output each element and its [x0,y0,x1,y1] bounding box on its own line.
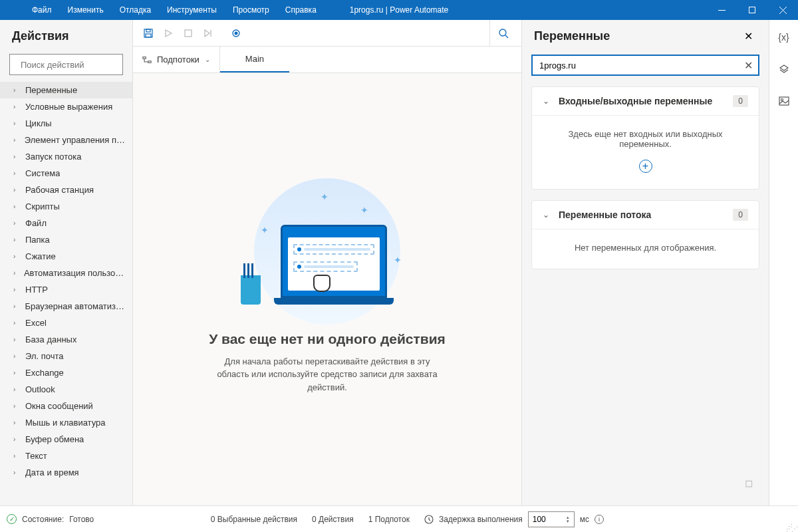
subflows-dropdown[interactable]: Подпотоки ⌄ [133,47,220,72]
close-button[interactable] [767,0,798,20]
action-category-label: Буфер обмена [25,434,84,444]
record-icon[interactable] [226,23,246,43]
spinner-icons[interactable]: ▲▼ [566,515,570,523]
status-subflows: 1 Подпоток [368,515,410,524]
chevron-right-icon: › [13,452,19,460]
svg-rect-7 [146,29,150,32]
images-rail-icon[interactable] [775,92,793,110]
action-category[interactable]: ›Окна сообщений [0,398,132,414]
action-category-label: Дата и время [25,467,79,477]
chevron-right-icon: › [13,86,19,94]
titlebar: ФайлИзменитьОтладкаИнструментыПросмотрСп… [0,0,798,20]
actions-search-input[interactable] [21,60,132,70]
action-category[interactable]: ›Сжатие [0,248,132,265]
menu-Просмотр[interactable]: Просмотр [225,1,277,19]
action-category-label: Файл [25,218,47,228]
action-category-label: Excel [25,318,47,328]
action-category[interactable]: ›Эл. почта [0,348,132,364]
resize-grip[interactable]: ⋰⋰⋰ [786,525,797,531]
action-category[interactable]: ›Автоматизация пользовательского [0,265,132,281]
action-category[interactable]: ›Браузерная автоматизация [0,298,132,315]
action-category[interactable]: ›База данных [0,331,132,348]
action-category[interactable]: ›Exchange [0,364,132,381]
flow-variables-empty: Нет переменных для отображения. [543,243,748,253]
actions-search[interactable] [9,54,123,75]
maximize-button[interactable] [737,0,767,20]
run-icon[interactable] [158,23,178,43]
info-icon[interactable]: i [595,515,604,524]
actions-panel: Действия ›Переменные›Условные выражения›… [0,20,133,505]
menu-Инструменты[interactable]: Инструменты [159,1,225,19]
action-category[interactable]: ›Дата и время [0,464,132,481]
canvas-search-icon[interactable] [489,20,516,46]
chevron-right-icon: › [13,170,19,177]
chevron-right-icon: › [13,419,19,426]
flow-variables-header[interactable]: ⌄ Переменные потока 0 [532,201,759,229]
action-category[interactable]: ›Циклы [0,115,132,132]
action-category-label: Окна сообщений [25,401,93,411]
action-category[interactable]: ›HTTP [0,281,132,298]
add-variable-button[interactable]: + [639,160,652,173]
flow-canvas[interactable]: ✦ ✦ ✦ ✦ У вас еще нет ни одного [133,73,521,505]
subflow-bar: Подпотоки ⌄ Main [133,47,521,73]
chevron-right-icon: › [13,319,19,327]
svg-marker-11 [205,30,209,37]
close-panel-icon[interactable]: ✕ [740,26,757,47]
chevron-right-icon: › [13,136,18,144]
action-category[interactable]: ›Excel [0,315,132,331]
action-category-label: Элемент управления потоком [25,135,127,145]
svg-marker-19 [780,65,788,70]
delay-value-input[interactable] [533,515,559,524]
menu-Файл[interactable]: Файл [24,1,60,19]
action-category[interactable]: ›Система [0,165,132,182]
clear-search-icon[interactable]: ✕ [739,59,758,72]
tab-main[interactable]: Main [220,47,289,72]
io-variables-header[interactable]: ⌄ Входные/выходные переменные 0 [532,87,759,115]
action-category[interactable]: ›Папка [0,231,132,248]
svg-line-16 [505,35,508,38]
chevron-right-icon: › [13,352,19,360]
action-category[interactable]: ›Запуск потока [0,148,132,165]
variables-rail-icon[interactable]: {x} [775,28,793,47]
action-category[interactable]: ›Условные выражения [0,98,132,115]
flow-variables-count: 0 [733,209,748,221]
save-icon[interactable] [138,23,158,43]
pin-icon[interactable]: ◇ [741,475,757,491]
svg-marker-9 [166,30,172,37]
action-category[interactable]: ›Рабочая станция [0,182,132,198]
layers-rail-icon[interactable] [775,60,793,78]
status-state-label: Состояние: [22,515,64,524]
minimize-button[interactable] [706,0,737,20]
step-icon[interactable] [198,23,218,43]
chevron-down-icon: ⌄ [205,56,210,63]
chevron-right-icon: › [13,120,19,127]
menu-Справка[interactable]: Справка [277,1,325,19]
menu-Изменить[interactable]: Изменить [60,1,112,19]
variables-search[interactable]: ✕ [531,55,759,76]
variables-search-input[interactable] [533,61,739,70]
action-category[interactable]: ›Текст [0,448,132,464]
chevron-right-icon: › [13,269,17,277]
action-category[interactable]: ›Файл [0,215,132,231]
action-category[interactable]: ›Скрипты [0,198,132,215]
action-category[interactable]: ›Буфер обмена [0,431,132,448]
stop-icon[interactable] [178,23,198,43]
menu-Отладка[interactable]: Отладка [112,1,159,19]
action-category[interactable]: ›Элемент управления потоком [0,132,132,148]
delay-input[interactable]: ▲▼ [528,511,575,527]
chevron-right-icon: › [13,203,19,210]
svg-point-21 [781,99,783,101]
action-category[interactable]: ›Переменные [0,82,132,98]
variables-panel: Переменные ✕ ✕ ⌄ Входные/выходные переме… [521,20,769,505]
action-category-label: HTTP [25,285,48,295]
actions-title: Действия [12,29,120,43]
toolbar [133,20,521,47]
status-actions: 0 Действия [312,515,354,524]
action-category-label: Скрипты [25,201,60,211]
action-category[interactable]: ›Outlook [0,381,132,398]
chevron-down-icon: ⌄ [543,210,549,219]
statusbar: ✓ Состояние: Готово 0 Выбранные действия… [0,505,798,532]
action-category[interactable]: ›Мышь и клавиатура [0,414,132,431]
chevron-right-icon: › [13,236,19,243]
chevron-right-icon: › [13,469,19,476]
